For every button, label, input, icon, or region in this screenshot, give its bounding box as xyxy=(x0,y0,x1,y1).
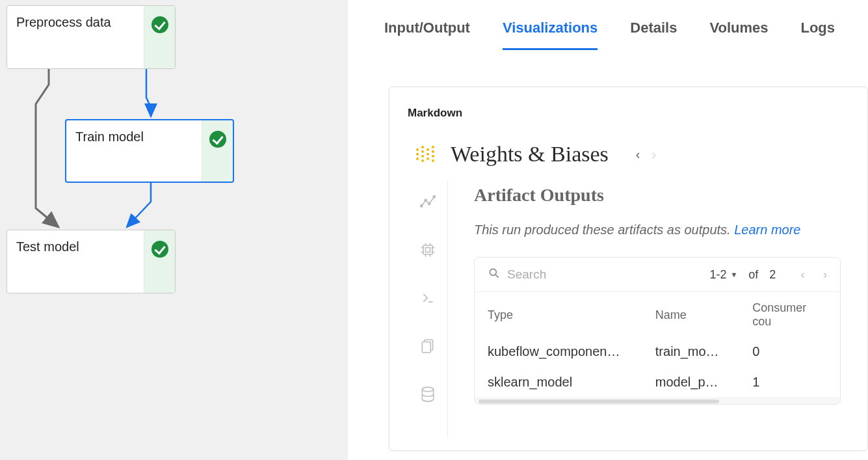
svg-point-10 xyxy=(432,146,434,148)
pagination-range[interactable]: 1-2▼ of 2 xyxy=(709,268,776,282)
svg-point-2 xyxy=(416,157,419,160)
node-label: Test model xyxy=(7,230,144,293)
node-status xyxy=(144,6,175,68)
tab-volumes[interactable]: Volumes xyxy=(709,20,768,50)
wandb-logo-icon xyxy=(414,143,436,165)
search-icon xyxy=(488,267,501,282)
artifact-table: 1-2▼ of 2 ‹ › Type xyxy=(474,257,841,405)
check-icon xyxy=(151,16,168,33)
col-consumer-count[interactable]: Consumer cou xyxy=(739,292,840,337)
svg-point-16 xyxy=(428,203,430,205)
svg-point-8 xyxy=(427,153,429,156)
caret-down-icon: ▼ xyxy=(730,271,737,278)
page-next-button[interactable]: › xyxy=(823,267,827,282)
tab-input-output[interactable]: Input/Output xyxy=(384,20,470,50)
svg-rect-18 xyxy=(423,245,432,254)
terminal-icon[interactable] xyxy=(419,289,437,307)
cpu-icon[interactable] xyxy=(419,241,437,259)
card-type-label: Markdown xyxy=(408,107,852,120)
tab-visualizations[interactable]: Visualizations xyxy=(503,20,598,50)
node-train[interactable]: Train model xyxy=(65,119,234,183)
svg-point-4 xyxy=(421,150,424,153)
card-sidebar xyxy=(408,181,448,438)
tab-logs[interactable]: Logs xyxy=(800,20,835,50)
table-row[interactable]: sklearn_model model_p… 1 xyxy=(475,367,840,398)
svg-point-17 xyxy=(433,196,435,198)
table-row[interactable]: kubeflow_componen… train_mo… 0 xyxy=(475,336,840,367)
section-title: Artifact Outputs xyxy=(474,185,852,206)
svg-point-1 xyxy=(416,153,419,156)
tab-details[interactable]: Details xyxy=(630,20,677,50)
svg-point-7 xyxy=(427,148,429,151)
node-status xyxy=(144,230,175,293)
files-icon[interactable] xyxy=(419,337,437,355)
check-icon xyxy=(209,131,226,148)
svg-point-11 xyxy=(432,150,434,153)
node-test[interactable]: Test model xyxy=(7,230,176,293)
horizontal-scrollbar[interactable] xyxy=(475,398,840,404)
svg-point-6 xyxy=(421,159,424,162)
tabs: Input/Output Visualizations Details Volu… xyxy=(348,0,868,51)
node-label: Train model xyxy=(66,120,202,182)
svg-point-23 xyxy=(490,269,496,275)
check-icon xyxy=(151,241,168,258)
svg-point-12 xyxy=(432,155,434,157)
svg-point-0 xyxy=(416,148,419,151)
svg-point-15 xyxy=(425,199,427,201)
svg-point-5 xyxy=(421,155,424,157)
svg-rect-19 xyxy=(425,248,430,252)
node-status xyxy=(202,120,233,182)
search-input[interactable] xyxy=(506,267,597,282)
col-type[interactable]: Type xyxy=(475,292,642,337)
page-prev-button[interactable]: ‹ xyxy=(800,267,804,282)
card-next-button[interactable]: › xyxy=(651,147,656,162)
section-description: This run produced these artifacts as out… xyxy=(474,223,852,237)
card-prev-button[interactable]: ‹ xyxy=(636,147,640,162)
svg-point-22 xyxy=(422,387,433,392)
chart-line-icon[interactable] xyxy=(419,193,437,211)
pipeline-canvas[interactable]: Preprocess data Train model Test model xyxy=(0,0,348,460)
node-label: Preprocess data xyxy=(7,6,144,68)
table-header-row: Type Name Consumer cou xyxy=(475,292,840,337)
svg-point-9 xyxy=(427,157,429,160)
node-preprocess[interactable]: Preprocess data xyxy=(7,5,176,69)
svg-point-14 xyxy=(420,205,422,207)
learn-more-link[interactable]: Learn more xyxy=(734,223,800,237)
visualization-card: Markdown Weights & Biases ‹ › xyxy=(389,87,868,451)
svg-point-13 xyxy=(432,159,434,162)
database-icon[interactable] xyxy=(419,385,437,403)
details-panel: Input/Output Visualizations Details Volu… xyxy=(348,0,868,460)
svg-point-3 xyxy=(421,146,424,148)
col-name[interactable]: Name xyxy=(642,292,740,337)
svg-rect-21 xyxy=(422,342,430,353)
card-title: Weights & Biases xyxy=(451,142,609,167)
